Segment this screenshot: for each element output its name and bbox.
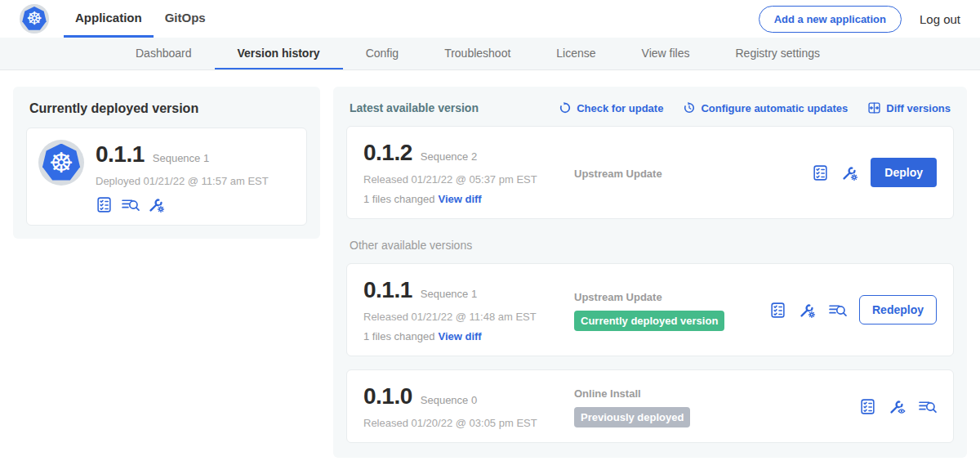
subnav-tab-dashboard[interactable]: Dashboard bbox=[113, 38, 215, 69]
version-number: 0.1.1 bbox=[363, 277, 412, 303]
subnav-tab-registry-settings[interactable]: Registry settings bbox=[712, 38, 842, 69]
sequence-label: Sequence 1 bbox=[421, 288, 477, 300]
edit-config-icon[interactable] bbox=[799, 302, 816, 319]
edit-config-icon[interactable] bbox=[148, 196, 165, 213]
subnav-tab-troubleshoot[interactable]: Troubleshoot bbox=[421, 38, 533, 69]
diff-icon bbox=[867, 101, 881, 114]
latest-available-title: Latest available version bbox=[350, 101, 479, 114]
refresh-icon bbox=[559, 101, 572, 114]
currently-deployed-badge: Currently deployed version bbox=[574, 311, 724, 331]
view-diff-link[interactable]: View diff bbox=[438, 330, 481, 342]
subnav-tab-version-history[interactable]: Version history bbox=[215, 38, 343, 69]
tab-gitops[interactable]: GitOps bbox=[154, 0, 217, 38]
version-number: 0.1.2 bbox=[363, 140, 412, 166]
version-history-page: Currently deployed version ☸ 0.1.1 Seque… bbox=[0, 70, 980, 461]
deployed-version-number: 0.1.1 bbox=[96, 141, 145, 168]
other-versions-title: Other available versions bbox=[350, 239, 951, 252]
release-notes-icon[interactable] bbox=[812, 164, 829, 181]
view-diff-link[interactable]: View diff bbox=[438, 193, 481, 205]
topbar-right: Add a new application Log out bbox=[759, 6, 960, 33]
schedule-update-icon bbox=[683, 101, 696, 114]
add-new-application-button[interactable]: Add a new application bbox=[759, 6, 902, 33]
preflight-checks-icon[interactable] bbox=[121, 196, 140, 213]
sequence-label: Sequence 0 bbox=[421, 394, 477, 406]
released-timestamp: Released 01/20/22 @ 03:05 pm EST bbox=[363, 417, 574, 429]
deployed-version-tile: ☸ 0.1.1 Sequence 1 Deployed 01/21/22 @ 1… bbox=[26, 128, 307, 226]
version-source-label: Upstream Update bbox=[574, 168, 812, 180]
diff-versions-link[interactable]: Diff versions bbox=[867, 101, 951, 114]
version-source-label: Online Install bbox=[574, 387, 859, 400]
logout-link[interactable]: Log out bbox=[920, 12, 960, 26]
version-number: 0.1.0 bbox=[363, 383, 412, 410]
app-icon: ☸ bbox=[38, 140, 84, 186]
files-changed-label: 1 files changed bbox=[363, 193, 434, 205]
tab-application[interactable]: Application bbox=[64, 0, 154, 38]
previously-deployed-badge: Previously deployed bbox=[574, 407, 690, 427]
release-notes-icon[interactable] bbox=[769, 302, 786, 319]
edit-config-icon[interactable] bbox=[841, 164, 858, 181]
deployed-sequence-label: Sequence 1 bbox=[153, 152, 209, 164]
version-row-0-1-2: 0.1.2 Sequence 2 Released 01/21/22 @ 05:… bbox=[346, 126, 954, 219]
release-notes-icon[interactable] bbox=[96, 196, 113, 213]
subnav-tab-config[interactable]: Config bbox=[343, 38, 421, 69]
app-subnav: Dashboard Version history Config Trouble… bbox=[0, 38, 980, 70]
kubernetes-logo-icon: ☸ bbox=[20, 4, 49, 34]
available-versions-panel: Latest available version Check for updat… bbox=[333, 87, 967, 458]
panel-header: Latest available version Check for updat… bbox=[346, 100, 954, 126]
release-notes-icon[interactable] bbox=[859, 398, 876, 415]
deployed-card-title: Currently deployed version bbox=[29, 101, 307, 116]
subnav-tab-view-files[interactable]: View files bbox=[619, 38, 713, 69]
app-switch-tabs: Application GitOps bbox=[64, 0, 217, 38]
currently-deployed-card: Currently deployed version ☸ 0.1.1 Seque… bbox=[13, 87, 320, 239]
check-for-update-link[interactable]: Check for update bbox=[559, 101, 663, 114]
version-source-label: Upstream Update bbox=[574, 291, 769, 303]
version-row-0-1-1: 0.1.1 Sequence 1 Released 01/21/22 @ 11:… bbox=[346, 263, 954, 356]
top-navbar: ☸ Application GitOps Add a new applicati… bbox=[0, 0, 980, 38]
released-timestamp: Released 01/21/22 @ 05:37 pm EST bbox=[363, 173, 574, 186]
kots-admin-console: ☸ Application GitOps Add a new applicati… bbox=[0, 0, 980, 461]
preflight-checks-icon[interactable] bbox=[828, 302, 847, 319]
deploy-button[interactable]: Deploy bbox=[871, 158, 937, 187]
view-config-icon[interactable] bbox=[889, 398, 906, 415]
sequence-label: Sequence 2 bbox=[421, 150, 477, 163]
configure-automatic-updates-link[interactable]: Configure automatic updates bbox=[683, 101, 848, 114]
files-changed-label: 1 files changed bbox=[363, 330, 434, 342]
subnav-tab-license[interactable]: License bbox=[533, 38, 618, 69]
version-row-0-1-0: 0.1.0 Sequence 0 Released 01/20/22 @ 03:… bbox=[346, 369, 954, 443]
released-timestamp: Released 01/21/22 @ 11:48 am EST bbox=[363, 311, 574, 323]
redeploy-button[interactable]: Redeploy bbox=[859, 295, 937, 324]
deployed-timestamp: Deployed 01/21/22 @ 11:57 am EST bbox=[96, 175, 269, 187]
preflight-checks-icon[interactable] bbox=[918, 398, 937, 415]
